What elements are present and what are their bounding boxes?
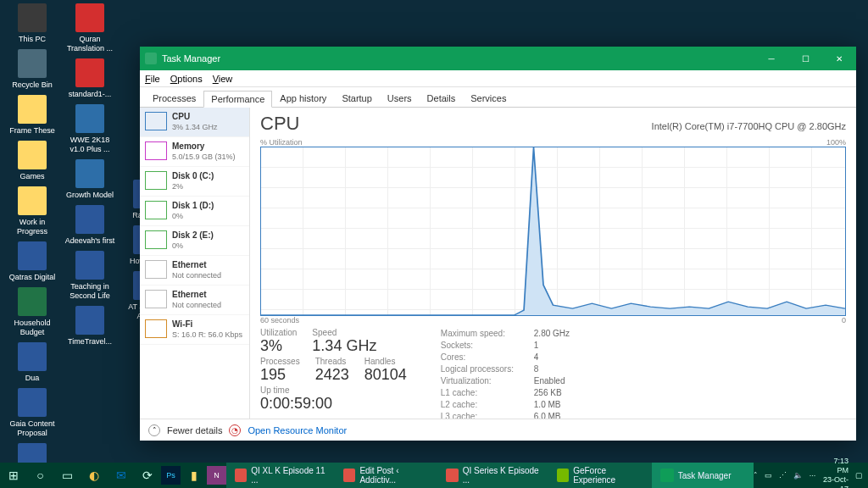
- tray-battery-icon[interactable]: ▭: [765, 471, 772, 480]
- menu-view[interactable]: View: [213, 74, 233, 84]
- taskbar-app-geforce[interactable]: GeForce Experience: [548, 463, 652, 488]
- uptime-label: Up time: [260, 385, 407, 395]
- stat-value: 4: [534, 352, 593, 363]
- threads-label: Threads: [315, 357, 349, 366]
- handles-value: 80104: [364, 366, 407, 384]
- desktop-icon-adeevah[interactable]: Adeevah's first: [63, 205, 117, 246]
- window-title: Task Manager: [162, 53, 220, 64]
- tab-app-history[interactable]: App history: [272, 90, 334, 107]
- stat-key: Sockets:: [441, 340, 534, 352]
- stat-key: Cores:: [441, 352, 534, 363]
- desktop-icon-timetravel[interactable]: TimeTravel...: [63, 306, 117, 347]
- chevron-up-icon[interactable]: ˄: [148, 424, 160, 436]
- system-tray[interactable]: ˄ ▭ ⋰ 🔈 ··· 7:13 PM 23-Oct-17 ▢: [754, 457, 868, 488]
- close-button[interactable]: ✕: [822, 47, 856, 70]
- resource-memory[interactable]: Memory5.0/15.9 GB (31%): [140, 137, 249, 167]
- outlook-icon[interactable]: ✉: [108, 463, 135, 488]
- taskbar-app-qi-xl[interactable]: QI XL K Episode 11 ...: [226, 463, 335, 488]
- desktop-icon-recycle-bin[interactable]: Recycle Bin: [5, 49, 59, 90]
- minimize-button[interactable]: ─: [754, 47, 788, 70]
- tray-network-icon[interactable]: ⋰: [779, 471, 787, 480]
- panel-title: CPU: [260, 113, 299, 135]
- stat-value: 1: [534, 340, 593, 352]
- resource-cpu[interactable]: CPU3% 1.34 GHz: [140, 108, 249, 137]
- desktop-icon-qatras-digital[interactable]: Qatras Digital: [5, 241, 59, 282]
- stat-key: L2 cache:: [441, 399, 534, 411]
- menu-file[interactable]: File: [145, 74, 160, 84]
- stat-value: 1.0 MB: [534, 399, 593, 411]
- resource-disk2[interactable]: Disk 2 (E:)0%: [140, 226, 249, 256]
- desktop-icon-household-budget[interactable]: Household Budget: [5, 287, 59, 337]
- threads-value: 2423: [315, 366, 349, 384]
- resource-wifi[interactable]: Wi-FiS: 16.0 R: 56.0 Kbps: [140, 315, 249, 345]
- desktop-icon-frame-these[interactable]: Frame These: [5, 95, 59, 136]
- desktop-icon-this-pc[interactable]: This PC: [5, 3, 59, 44]
- photoshop-icon[interactable]: Ps: [161, 466, 180, 485]
- processes-value: 195: [260, 366, 300, 384]
- stat-key: Maximum speed:: [441, 328, 534, 340]
- action-center-icon[interactable]: ▢: [855, 471, 863, 480]
- stat-key: Virtualization:: [441, 375, 534, 387]
- maximize-button[interactable]: ☐: [788, 47, 822, 70]
- utilization-value: 3%: [260, 337, 297, 355]
- desktop-icon-work-in-progress[interactable]: Work in Progress: [5, 186, 59, 236]
- resource-eth0[interactable]: EthernetNot connected: [140, 256, 249, 286]
- stat-value: 2.80 GHz: [534, 328, 593, 340]
- uptime-value: 0:00:59:00: [260, 395, 407, 413]
- desktop-icon-quran[interactable]: Quran Translation ...: [63, 3, 117, 53]
- onenote-icon[interactable]: N: [207, 466, 225, 485]
- start-button[interactable]: ⊞: [0, 463, 27, 488]
- tab-startup[interactable]: Startup: [334, 90, 379, 107]
- tab-services[interactable]: Services: [463, 90, 514, 107]
- tab-processes[interactable]: Processes: [145, 90, 203, 107]
- app-icon: [145, 53, 157, 64]
- speed-label: Speed: [312, 328, 376, 337]
- explorer-icon[interactable]: ▮: [181, 463, 208, 488]
- stat-value: 6.0 MB: [534, 411, 593, 419]
- steam-icon[interactable]: ⟳: [135, 463, 162, 488]
- tray-volume-icon[interactable]: 🔈: [793, 471, 803, 480]
- resource-eth1[interactable]: EthernetNot connected: [140, 286, 249, 315]
- axis-bot-right: 0: [842, 316, 846, 324]
- menu-options[interactable]: Options: [170, 74, 203, 84]
- taskbar-app-taskmgr[interactable]: Task Manager: [652, 463, 754, 488]
- stat-key: L1 cache:: [441, 387, 534, 399]
- utilization-label: Utilization: [260, 328, 297, 337]
- cpu-panel: CPU Intel(R) Core(TM) i7-7700HQ CPU @ 2.…: [250, 108, 856, 419]
- tab-performance[interactable]: Performance: [203, 91, 272, 108]
- stat-value: 256 KB: [534, 387, 593, 399]
- desktop-icon-teaching[interactable]: Teaching in Second Life: [63, 251, 117, 301]
- desktop-icon-wwe2k18[interactable]: WWE 2K18 v1.0 Plus ...: [63, 104, 117, 154]
- clock-date: 23-Oct-17: [822, 475, 849, 488]
- desktop-icon-growth-model[interactable]: Growth Model: [63, 159, 117, 200]
- resource-disk1[interactable]: Disk 1 (D:)0%: [140, 197, 249, 226]
- processes-label: Processes: [260, 357, 300, 366]
- handles-label: Handles: [364, 357, 407, 366]
- task-manager-window: Task Manager ─ ☐ ✕ FileOptionsView Proce…: [140, 47, 856, 441]
- desktop-icon-games[interactable]: Games: [5, 141, 59, 181]
- resource-list: CPU3% 1.34 GHzMemory5.0/15.9 GB (31%)Dis…: [140, 108, 250, 419]
- speed-value: 1.34 GHz: [312, 337, 376, 355]
- chrome-icon[interactable]: ◐: [81, 463, 108, 488]
- fewer-details-link[interactable]: Fewer details: [167, 425, 222, 435]
- tray-chevron-icon[interactable]: ˄: [754, 471, 758, 480]
- stat-key: Logical processors:: [441, 363, 534, 375]
- open-resource-monitor-link[interactable]: Open Resource Monitor: [248, 425, 347, 435]
- taskbar: ⊞ ○ ▭ ◐ ✉ ⟳ Ps ▮ N QI XL K Episode 11 ..…: [0, 463, 868, 488]
- desktop-icon-dua[interactable]: Dua: [5, 342, 59, 383]
- clock-time: 7:13 PM: [822, 457, 849, 475]
- taskbar-app-qi-series[interactable]: QI Series K Episode ...: [437, 463, 548, 488]
- axis-top-left: % Utilization: [260, 138, 303, 147]
- clock[interactable]: 7:13 PM 23-Oct-17: [822, 457, 849, 488]
- cortana-button[interactable]: ○: [27, 463, 54, 488]
- stats-left: Utilization 3% Speed 1.34 GHz Processes …: [260, 328, 407, 419]
- titlebar[interactable]: Task Manager ─ ☐ ✕: [140, 47, 856, 70]
- taskbar-app-edit-post[interactable]: Edit Post ‹ Addictiv...: [335, 463, 437, 488]
- tab-users[interactable]: Users: [380, 90, 420, 107]
- desktop-icon-gaia-proposal[interactable]: Gaia Content Proposal: [5, 388, 59, 438]
- desktop-icon-standard1[interactable]: standard1-...: [63, 58, 117, 99]
- tab-details[interactable]: Details: [420, 90, 464, 107]
- taskview-button[interactable]: ▭: [53, 463, 81, 488]
- resource-disk0[interactable]: Disk 0 (C:)2%: [140, 167, 249, 197]
- resource-monitor-icon: ◔: [229, 424, 241, 436]
